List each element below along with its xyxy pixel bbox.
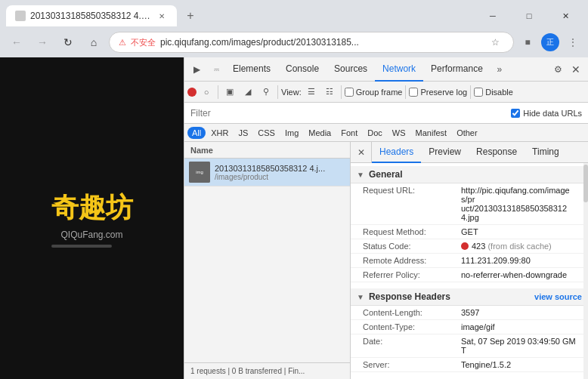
details-tabs: ✕ Headers Preview Response Timing	[351, 142, 588, 163]
scrollbar-track[interactable]	[583, 163, 588, 379]
large-rows-button[interactable]: ☷	[321, 84, 338, 100]
more-tabs-button[interactable]: »	[491, 60, 509, 79]
logo-bar	[51, 245, 112, 248]
type-js-button[interactable]: JS	[234, 127, 252, 139]
tab-network[interactable]: Network	[375, 57, 423, 82]
type-media-button[interactable]: Media	[304, 127, 336, 139]
tab-preview[interactable]: Preview	[421, 142, 469, 163]
scrollbar-thumb[interactable]	[583, 165, 588, 202]
new-tab-button[interactable]: +	[180, 5, 201, 26]
request-name: 20130313185850358312 4.j...	[215, 164, 345, 173]
settings-icon[interactable]: ⚙	[549, 60, 567, 79]
window-controls: ─ □ ✕	[476, 5, 582, 26]
back-button[interactable]: ←	[6, 32, 27, 53]
preserve-log-checkbox[interactable]: Preserve log	[409, 88, 467, 97]
record-button[interactable]	[187, 88, 197, 97]
search-button[interactable]: ⚲	[258, 84, 274, 100]
forward-button[interactable]: →	[32, 32, 53, 53]
url-bar[interactable]: ⚠ 不安全 pic.qiqufang.com/images/product/20…	[109, 32, 514, 53]
refresh-button[interactable]: ↻	[57, 32, 79, 53]
devtools-panel: ▶ ⎓ Elements Console Sources Network Per…	[184, 57, 588, 379]
remote-address-value: 111.231.209.99:80	[461, 256, 531, 265]
list-view-button[interactable]: ☰	[303, 84, 320, 100]
close-button[interactable]: ✕	[549, 5, 582, 26]
group-by-frame-label: Group frame	[356, 88, 403, 97]
response-headers-section: ▼ Response Headers view source Content-L…	[351, 285, 588, 375]
filter-bar: Hide data URLs	[184, 103, 588, 124]
maximize-button[interactable]: □	[512, 5, 546, 26]
request-list-header: Name	[184, 142, 350, 159]
general-section: ▼ General Request URL: http://pic.qiqufa…	[351, 163, 588, 285]
content-length-key: Content-Length:	[363, 308, 461, 317]
type-doc-button[interactable]: Doc	[363, 127, 387, 139]
hide-data-urls-checkbox[interactable]: Hide data URLs	[511, 109, 582, 118]
tab-response[interactable]: Response	[469, 142, 525, 163]
server-row: Server: Tengine/1.5.2	[351, 358, 588, 372]
url-text: pic.qiqufang.com/images/product/20130313…	[160, 37, 481, 48]
tab-elements[interactable]: Elements	[225, 57, 278, 82]
name-column-header: Name	[190, 146, 213, 155]
type-other-button[interactable]: Other	[452, 127, 482, 139]
general-section-label: General	[369, 169, 403, 180]
tab-headers[interactable]: Headers	[372, 142, 421, 163]
type-ws-button[interactable]: WS	[388, 127, 410, 139]
view-source-link[interactable]: view source	[534, 292, 582, 301]
extensions-button[interactable]: ■	[518, 33, 537, 51]
inspect-element-icon[interactable]: ▶	[187, 60, 206, 79]
not-secure-label: 不安全	[131, 37, 156, 48]
tab-sources[interactable]: Sources	[326, 57, 375, 82]
tab-close-button[interactable]: ✕	[156, 10, 168, 22]
active-tab[interactable]: 20130313185850358312 4.jpg ✕	[6, 5, 177, 26]
menu-button[interactable]: ⋮	[564, 33, 582, 51]
profile-button[interactable]: 正	[541, 33, 559, 51]
type-all-button[interactable]: All	[187, 127, 206, 139]
device-toolbar-icon[interactable]: ⎓	[207, 60, 225, 79]
tab-console[interactable]: Console	[278, 57, 326, 82]
type-manifest-button[interactable]: Manifest	[411, 127, 452, 139]
details-content[interactable]: ▼ General Request URL: http://pic.qiqufa…	[351, 163, 588, 379]
date-key: Date:	[363, 337, 461, 346]
filter-button[interactable]: ◢	[240, 84, 256, 100]
type-css-button[interactable]: CSS	[253, 127, 280, 139]
disable-cache-checkbox[interactable]: Disable	[474, 88, 513, 97]
disable-cache-input[interactable]	[474, 88, 483, 97]
divider3	[341, 85, 342, 99]
minimize-button[interactable]: ─	[476, 5, 509, 26]
disable-cache-label: Disable	[485, 88, 513, 97]
tab-favicon	[15, 11, 26, 21]
type-img-button[interactable]: Img	[280, 127, 303, 139]
status-code-key: Status Code:	[363, 242, 461, 251]
referrer-policy-row: Referrer Policy: no-referrer-when-downgr…	[351, 268, 588, 282]
divider2	[277, 85, 278, 99]
tab-performance[interactable]: Performance	[423, 57, 491, 82]
bookmark-button[interactable]: ☆	[486, 33, 504, 51]
group-by-frame-checkbox[interactable]: Group frame	[345, 88, 403, 97]
tab-timing[interactable]: Timing	[525, 142, 567, 163]
status-code-text: 423 (from disk cache)	[472, 242, 552, 251]
home-button[interactable]: ⌂	[83, 32, 104, 53]
type-filter-bar: All XHR JS CSS Img Media Font Doc WS Man…	[184, 124, 588, 142]
type-xhr-button[interactable]: XHR	[206, 127, 233, 139]
preserve-log-input[interactable]	[409, 88, 418, 97]
lock-icon: ⚠	[119, 38, 126, 48]
filter-input[interactable]	[190, 108, 304, 119]
general-toggle-icon: ▼	[357, 171, 364, 179]
hide-data-urls-label: Hide data URLs	[523, 109, 582, 118]
clear-button[interactable]: ○	[198, 84, 215, 100]
hide-data-urls-input[interactable]	[511, 109, 520, 118]
general-section-header[interactable]: ▼ General	[351, 166, 588, 183]
capture-screenshots-button[interactable]: ▣	[221, 84, 238, 100]
request-method-value: GET	[461, 227, 478, 236]
response-headers-section-header[interactable]: ▼ Response Headers view source	[351, 288, 588, 306]
devtools-close-button[interactable]: ✕	[567, 60, 585, 79]
divider5	[470, 85, 471, 99]
address-bar: ← → ↻ ⌂ ⚠ 不安全 pic.qiqufang.com/images/pr…	[0, 27, 588, 57]
details-close-button[interactable]: ✕	[351, 142, 372, 163]
request-url-key: Request URL:	[363, 186, 461, 195]
response-headers-label: Response Headers	[369, 291, 450, 302]
remote-address-key: Remote Address:	[363, 256, 461, 265]
type-font-button[interactable]: Font	[336, 127, 362, 139]
group-by-frame-input[interactable]	[345, 88, 354, 97]
request-item[interactable]: img 20130313185850358312 4.j... /images/…	[184, 159, 350, 186]
content-length-row: Content-Length: 3597	[351, 306, 588, 320]
